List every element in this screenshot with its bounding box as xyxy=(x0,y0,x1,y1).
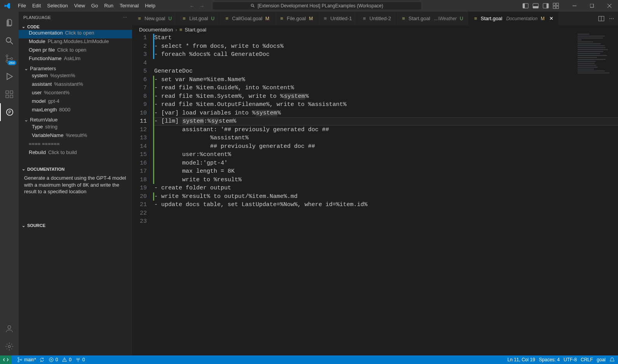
status-problems[interactable]: 0 0 xyxy=(49,357,71,362)
code-content[interactable]: Start- select * from docs, write to %doc… xyxy=(154,34,618,355)
code-line[interactable] xyxy=(154,59,618,68)
customize-layout-icon[interactable] xyxy=(553,3,559,9)
code-line[interactable]: - write %result% to output/%item.Name%.m… xyxy=(154,192,618,201)
code-line[interactable]: - set var Name=%item.Name% xyxy=(154,76,618,84)
window-close-button[interactable] xyxy=(601,0,618,12)
status-eol[interactable]: CRLF xyxy=(581,357,593,362)
tab-untitled-1[interactable]: ≡Untitled-1 xyxy=(318,12,357,25)
rv-type[interactable]: Typestring xyxy=(19,124,132,132)
code-line[interactable]: - create folder output xyxy=(154,184,618,192)
section-code[interactable]: ⌄ CODE xyxy=(19,23,132,30)
code-line[interactable]: max length = 8K xyxy=(154,167,618,176)
close-tab-icon[interactable]: ✕ xyxy=(549,16,554,21)
layout-secondary-sidebar-icon[interactable] xyxy=(543,3,549,9)
tree-function-name[interactable]: FunctionName AskLlm xyxy=(19,55,132,64)
status-branch[interactable]: main* xyxy=(17,357,45,362)
tree-returnvalue[interactable]: ⌄ ReturnValue xyxy=(19,115,132,124)
chevron-right-icon: › xyxy=(175,27,177,33)
code-line[interactable]: ## previously generated doc ## xyxy=(154,142,618,151)
code-line[interactable]: assistant: '## previously generated doc … xyxy=(154,126,618,134)
activity-source-control[interactable]: 284 xyxy=(0,50,19,68)
window-maximize-button[interactable] xyxy=(583,0,601,12)
code-line[interactable]: model:'gpt-4' xyxy=(154,159,618,168)
layout-panel-icon[interactable] xyxy=(533,3,539,9)
tree-rebuild[interactable]: Rebuild Click to build xyxy=(19,149,132,158)
code-line[interactable]: write to %result% xyxy=(154,176,618,184)
crumb-folder[interactable]: Documentation xyxy=(139,27,173,33)
menu-terminal[interactable]: Terminal xyxy=(117,0,142,12)
code-line[interactable] xyxy=(154,217,618,226)
tab-untitled-2[interactable]: ≡Untitled-2 xyxy=(357,12,396,25)
status-language[interactable]: goal xyxy=(597,357,606,362)
rv-varname[interactable]: VariableName%result% xyxy=(19,132,132,141)
tab-callgoal-goal[interactable]: ≡CallGoal.goalM xyxy=(219,12,274,25)
code-line[interactable]: - update docs table, set LastUpdate=%Now… xyxy=(154,201,618,209)
menu-go[interactable]: Go xyxy=(88,0,101,12)
plang-icon: P xyxy=(5,108,14,116)
tab-file-goal[interactable]: ≡File.goalM xyxy=(274,12,318,25)
layout-primary-sidebar-icon[interactable] xyxy=(522,3,529,9)
status-indentation[interactable]: Spaces: 4 xyxy=(539,357,560,362)
chevron-down-icon: ⌄ xyxy=(24,117,28,123)
svg-rect-11 xyxy=(556,6,559,9)
code-line[interactable]: %assistant% xyxy=(154,134,618,142)
tab-new-goal[interactable]: ≡New.goalU xyxy=(132,12,177,25)
code-line[interactable]: - read file %item.OutputFilename%, write… xyxy=(154,101,618,109)
param-assistant[interactable]: assistant%assistant% xyxy=(19,81,132,90)
menu-file[interactable]: File xyxy=(15,0,29,12)
nav-back-icon[interactable]: ← xyxy=(190,3,195,9)
section-documentation[interactable]: ⌄ DOCUMENTATION xyxy=(19,166,132,172)
activity-search[interactable] xyxy=(0,32,19,50)
code-line[interactable]: - [llm] system:%system% xyxy=(154,117,618,126)
sidebar-more-icon[interactable]: ⋯ xyxy=(123,15,127,20)
status-remote[interactable] xyxy=(0,355,12,364)
code-editor[interactable]: 1234567891011121314151617181920212223 St… xyxy=(132,34,618,355)
code-line[interactable]: GenerateDoc xyxy=(154,67,618,76)
code-line[interactable]: - read file %item.System%, write to %sys… xyxy=(154,92,618,101)
code-line[interactable]: - foreach %docs% call GenerateDoc xyxy=(154,50,618,59)
activity-explorer[interactable] xyxy=(0,14,19,32)
tree-documentation[interactable]: Documentation Click to open xyxy=(19,30,132,38)
nav-arrows: ← → xyxy=(190,3,204,9)
menu-help[interactable]: Help xyxy=(142,0,158,12)
code-line[interactable]: - select * from docs, write to %docs% xyxy=(154,42,618,51)
activity-extensions[interactable] xyxy=(0,85,19,103)
activity-plang[interactable]: P xyxy=(0,103,19,121)
menu-view[interactable]: View xyxy=(71,0,88,12)
tree-parameters[interactable]: ⌄ Parameters xyxy=(19,64,132,73)
code-line[interactable]: Start xyxy=(154,34,618,42)
tree-module[interactable]: Module PLang.Modules.LlmModule xyxy=(19,38,132,47)
menu-run[interactable]: Run xyxy=(101,0,117,12)
status-ports[interactable]: 0 xyxy=(75,357,85,362)
activity-run-debug[interactable] xyxy=(0,68,19,85)
breadcrumbs[interactable]: Documentation › ≡ Start.goal xyxy=(132,25,618,34)
tab-start-goal-documentation[interactable]: ≡Start.goalDocumentationM✕ xyxy=(468,12,559,25)
tab-more-icon[interactable]: ⋯ xyxy=(609,16,614,21)
activity-accounts[interactable] xyxy=(0,320,19,338)
section-source[interactable]: ⌄ SOURCE xyxy=(19,222,132,229)
split-editor-icon[interactable] xyxy=(598,16,604,22)
code-line[interactable]: user:%content% xyxy=(154,151,618,159)
param-system[interactable]: system%system% xyxy=(19,73,132,81)
menu-edit[interactable]: Edit xyxy=(29,0,44,12)
param-model[interactable]: modelgpt-4 xyxy=(19,98,132,107)
status-notifications[interactable] xyxy=(609,357,615,362)
command-center-search[interactable]: [Extension Development Host] PLangExampl… xyxy=(212,2,422,10)
param-maxlength[interactable]: maxLength8000 xyxy=(19,107,132,115)
nav-forward-icon[interactable]: → xyxy=(199,3,204,9)
activity-settings[interactable] xyxy=(0,338,19,355)
tab-list-goal[interactable]: ≡List.goalU xyxy=(177,12,219,25)
code-line[interactable]: - read file %item.Guide%, into %content% xyxy=(154,84,618,92)
tab-start-goal-weather[interactable]: ≡Start.goal...\WeatherU xyxy=(396,12,468,25)
svg-rect-21 xyxy=(6,91,9,94)
code-line[interactable] xyxy=(154,209,618,218)
crumb-file[interactable]: Start.goal xyxy=(185,27,206,33)
svg-rect-9 xyxy=(556,3,559,5)
window-minimize-button[interactable] xyxy=(566,0,583,12)
code-line[interactable]: - [var] load variables into %system% xyxy=(154,109,618,118)
status-cursor-position[interactable]: Ln 11, Col 19 xyxy=(507,357,535,362)
status-encoding[interactable]: UTF-8 xyxy=(564,357,577,362)
menu-selection[interactable]: Selection xyxy=(44,0,71,12)
tree-open-pr-file[interactable]: Open pr file Click to open xyxy=(19,47,132,55)
param-user[interactable]: user%content% xyxy=(19,90,132,98)
